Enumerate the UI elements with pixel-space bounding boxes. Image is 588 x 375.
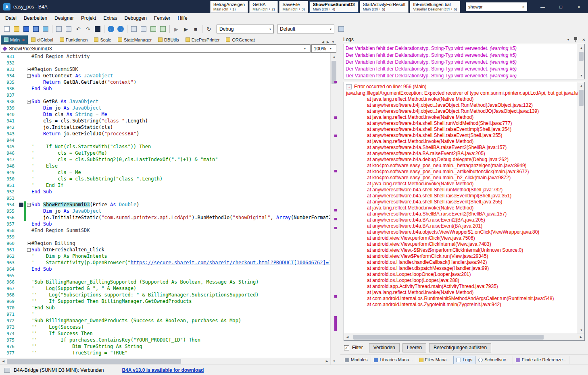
code-line[interactable]: 959: [0, 234, 330, 240]
code-line[interactable]: 945' If Not(cls.StartsWith("class")) The…: [0, 143, 330, 150]
scroll-up-icon[interactable]: ▲: [331, 53, 338, 60]
scroll-up-icon[interactable]: ▲: [578, 44, 585, 51]
tab-scroll-left-icon[interactable]: ◀: [322, 40, 324, 44]
open-project-icon[interactable]: [12, 25, 21, 33]
stack-frame[interactable]: at kro4pro.software.easy_pos_neu.main._b…: [346, 163, 575, 169]
editor-horizontal-scrollbar[interactable]: ◀ ▶: [0, 358, 330, 365]
build-mode-select[interactable]: Debug ▼: [217, 25, 274, 33]
stack-frame[interactable]: at com.android.internal.os.ZygoteInit.ma…: [346, 302, 575, 308]
error-log-horizontal-scrollbar[interactable]: ◀ ▶: [344, 334, 584, 340]
stack-frame[interactable]: at android.view.View.performClick(View.j…: [346, 235, 575, 241]
menu-bearbeiten[interactable]: Bearbeiten: [20, 14, 51, 22]
code-line[interactable]: 963' StartActivity(p.OpenBrowser("https:…: [0, 259, 330, 266]
stack-frame[interactable]: at anywheresoftware.b4a.ShellBA.raiseEve…: [346, 145, 575, 151]
stack-frame[interactable]: at android.os.Handler.dispatchMessage(Ha…: [346, 265, 575, 271]
editor-vertical-scrollbar[interactable]: ▲ ▼: [330, 53, 337, 365]
filter-checkbox[interactable]: ✓: [344, 345, 349, 350]
tab-funktionen[interactable]: Funktionen: [56, 35, 91, 44]
code-line[interactable]: 943 Return jo.GetFieldJO("processBA"): [0, 131, 330, 137]
minimize-button[interactable]: —: [534, 0, 552, 13]
code-line[interactable]: 941 cls = cls.SubString("class ".Length): [0, 118, 330, 124]
panel-tab-libraries-mana[interactable]: Libraries Mana...: [371, 356, 416, 364]
tab-escposprinter[interactable]: EscPosPrinter: [182, 35, 223, 44]
stack-frame[interactable]: at java.lang.reflect.Method.invoke(Nativ…: [346, 181, 575, 187]
code-line[interactable]: 977'' TrueString = "TRUE": [0, 350, 330, 356]
quick-access-showpricesunmid3[interactable]: ShowPriceSunmiD3Main (ctrl + 4): [309, 1, 359, 13]
cut-icon[interactable]: [54, 25, 63, 33]
code-line[interactable]: 971': [0, 311, 330, 317]
code-line[interactable]: 961Sub btnFreiSchalten_Click: [0, 247, 330, 253]
bookmark-icon[interactable]: [93, 25, 102, 33]
build-config-select[interactable]: Default ▼: [277, 25, 334, 33]
tab-statemanager[interactable]: StateManager: [115, 35, 155, 44]
menu-datei[interactable]: Datei: [2, 14, 20, 22]
zoom-select[interactable]: 100% ▼: [311, 44, 336, 53]
code-line[interactable]: 950' cls = cls.SubString("class ".Length…: [0, 176, 330, 182]
quick-access-startactivityforresult[interactable]: StartActivityForResultMain (ctrl + 5): [360, 1, 409, 13]
stack-frame[interactable]: at anywheresoftware.b4a.objects.ViewWrap…: [346, 229, 575, 235]
save-icon[interactable]: [22, 25, 31, 33]
update-download-link[interactable]: B4A v13.0 is available for download: [122, 367, 204, 373]
exception-message[interactable]: java.lang.IllegalArgumentException: Expe…: [346, 90, 575, 96]
indent-icon[interactable]: [139, 25, 148, 33]
code-line[interactable]: 951' End If: [0, 182, 330, 189]
warnings-scrollbar[interactable]: ▲ ▼: [578, 44, 584, 79]
fold-collapse-icon[interactable]: [27, 203, 31, 207]
stack-frame[interactable]: at anywheresoftware.b4a.BA.raiseEvent2(B…: [346, 151, 575, 157]
refresh-icon[interactable]: ↻: [204, 25, 213, 33]
outdent-icon[interactable]: [129, 25, 138, 33]
scroll-right-icon[interactable]: ▶: [578, 334, 584, 341]
scrollbar-thumb[interactable]: [7, 359, 181, 364]
scroll-left-icon[interactable]: ◀: [344, 334, 351, 341]
redo-icon[interactable]: ↷: [83, 25, 92, 33]
panel-close-icon[interactable]: ×: [582, 37, 585, 42]
code-line[interactable]: 939 Dim jo As JavaObject: [0, 105, 330, 111]
scroll-left-icon[interactable]: ◀: [0, 358, 7, 365]
stack-frame[interactable]: at java.lang.reflect.Method.invoke(Nativ…: [346, 290, 575, 296]
new-file-icon[interactable]: [2, 25, 11, 33]
search-input[interactable]: showpr: [468, 4, 522, 9]
code-line[interactable]: 952End Sub: [0, 189, 330, 195]
maximize-button[interactable]: □: [552, 0, 570, 13]
code-line[interactable]: 953: [0, 195, 330, 201]
code-line[interactable]: 974'' If Success Then: [0, 330, 330, 337]
warning-message[interactable]: Der Variablen fehlt der Deklarationstyp.…: [346, 52, 576, 59]
stack-frame[interactable]: at anywheresoftware.b4a.shell.Shell.runM…: [346, 187, 575, 193]
stack-frame[interactable]: at java.lang.reflect.Method.invoke(Nativ…: [346, 205, 575, 211]
stack-frame[interactable]: at java.lang.reflect.Method.invoke(Nativ…: [346, 139, 575, 145]
code-line[interactable]: 937: [0, 92, 330, 98]
error-log[interactable]: → Error occurred on line: 956 (Main) jav…: [344, 82, 578, 334]
stop-icon[interactable]: ■: [191, 25, 200, 33]
ide-layout-icon[interactable]: [337, 25, 346, 33]
code-line[interactable]: 932: [0, 60, 330, 66]
code-line[interactable]: 968'' Log("Subscriptions supported: " & …: [0, 292, 330, 298]
scroll-down-icon[interactable]: ▼: [331, 358, 338, 365]
code-line[interactable]: 933#Region SunmiSDK: [0, 66, 330, 73]
stack-frame[interactable]: at anywheresoftware.b4a.shell.Shell.runV…: [346, 120, 575, 126]
menu-fenster[interactable]: Fenster: [150, 14, 174, 22]
panel-tab-finde-alle-referenze[interactable]: Finde alle Referenze...: [513, 356, 570, 364]
code-line[interactable]: 944: [0, 137, 330, 143]
stack-frame[interactable]: at anywheresoftware.b4a.shell.Shell.rais…: [346, 193, 575, 199]
copy-icon[interactable]: [64, 25, 73, 33]
code-line[interactable]: 940 Dim cls As String = Me: [0, 111, 330, 118]
tab-close-icon[interactable]: ×: [22, 37, 25, 42]
code-line[interactable]: 975'' If purchases.ContainsKey("YOUR_PRO…: [0, 337, 330, 343]
nav-back-icon[interactable]: ←: [106, 25, 115, 33]
tab-dbutils[interactable]: DBUtils: [155, 35, 182, 44]
code-line[interactable]: 970'End Sub: [0, 305, 330, 311]
code-line[interactable]: 965: [0, 272, 330, 279]
stack-frame[interactable]: at android.view.View$PerformClick.run(Vi…: [346, 253, 575, 259]
quick-access-betraganzeigen[interactable]: BetragAnzeigenMain (ctrl + 1): [210, 1, 248, 13]
leeren-button[interactable]: Leeren: [402, 343, 426, 352]
stack-frame[interactable]: at anywheresoftware.b4a.shell.Shell.rais…: [346, 133, 575, 139]
code-line[interactable]: 964End Sub: [0, 266, 330, 272]
warning-message[interactable]: Der Variablen fehlt der Deklarationstyp.…: [346, 59, 576, 66]
tab-main[interactable]: Main×: [1, 35, 28, 44]
visual-designer-icon[interactable]: [41, 25, 50, 33]
tab-qrgenerat[interactable]: QRGenerat: [223, 35, 258, 44]
menu-extras[interactable]: Extras: [100, 14, 121, 22]
stack-frame[interactable]: at anywheresoftware.b4a.shell.Shell.rais…: [346, 199, 575, 205]
code-editor[interactable]: 931#End Region Activity932933#Region Sun…: [0, 53, 330, 358]
tab-scale[interactable]: Scale: [91, 35, 115, 44]
